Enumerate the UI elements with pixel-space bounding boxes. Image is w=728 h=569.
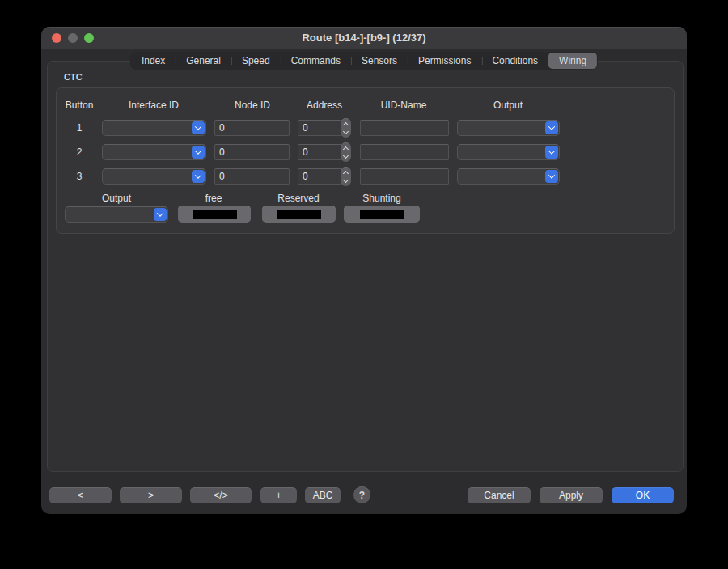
free-color-well[interactable] xyxy=(178,206,251,223)
chevron-down-icon xyxy=(192,170,205,183)
stepper-up-icon xyxy=(343,121,349,127)
uid-name-input[interactable] xyxy=(360,120,449,136)
column-header-address: Address xyxy=(307,100,342,111)
tab-commands[interactable]: Commands xyxy=(281,53,351,69)
stepper-down-icon xyxy=(343,176,349,182)
ok-button[interactable]: OK xyxy=(612,487,674,503)
next-button[interactable]: > xyxy=(120,487,182,503)
address-stepper[interactable] xyxy=(341,118,351,138)
row-number: 3 xyxy=(70,168,89,185)
tab-general[interactable]: General xyxy=(176,53,231,69)
chevron-down-icon xyxy=(192,146,205,159)
ctc-groupbox: Button Interface ID Node ID Address UID-… xyxy=(56,87,675,234)
shunting-color-well[interactable] xyxy=(344,206,420,223)
tab-permissions[interactable]: Permissions xyxy=(408,53,481,69)
uid-name-input[interactable] xyxy=(360,144,449,160)
titlebar[interactable]: Route [b14-]-[b9-] (12/37) xyxy=(41,27,687,49)
interface-id-select[interactable] xyxy=(102,144,206,160)
stepper-down-icon xyxy=(343,152,349,158)
reserved-color-well[interactable] xyxy=(262,206,336,223)
stepper-down-icon xyxy=(343,128,349,134)
address-input[interactable] xyxy=(298,168,341,185)
column-header-uid-name: UID-Name xyxy=(381,100,427,111)
column-header-output: Output xyxy=(493,100,523,111)
address-stepper[interactable] xyxy=(341,142,351,162)
output-select[interactable] xyxy=(457,168,560,185)
chevron-down-icon xyxy=(154,208,167,221)
output-label: Output xyxy=(102,193,131,204)
shunting-label: Shunting xyxy=(362,193,400,204)
node-id-input[interactable] xyxy=(214,168,290,185)
color-swatch xyxy=(193,210,237,219)
output-select[interactable] xyxy=(457,120,560,136)
reserved-label: Reserved xyxy=(277,193,319,204)
address-input[interactable] xyxy=(298,144,341,160)
add-button[interactable]: + xyxy=(260,487,297,503)
apply-button[interactable]: Apply xyxy=(540,487,603,503)
tab-conditions[interactable]: Conditions xyxy=(481,53,548,69)
node-id-input[interactable] xyxy=(214,144,290,160)
wiring-tab-panel: CTC Button Interface ID Node ID Address … xyxy=(47,61,684,472)
tab-speed[interactable]: Speed xyxy=(231,53,281,69)
node-id-input[interactable] xyxy=(214,120,290,136)
address-stepper[interactable] xyxy=(341,167,351,186)
cancel-button[interactable]: Cancel xyxy=(468,487,531,503)
color-swatch xyxy=(277,210,321,219)
tab-sensors[interactable]: Sensors xyxy=(351,53,408,69)
code-button[interactable]: </> xyxy=(190,487,252,503)
column-header-interface-id: Interface ID xyxy=(129,100,179,111)
chevron-down-icon xyxy=(545,170,558,183)
route-dialog-window: Route [b14-]-[b9-] (12/37) Index General… xyxy=(41,27,687,514)
address-input[interactable] xyxy=(298,120,341,136)
tab-index[interactable]: Index xyxy=(131,53,176,69)
chevron-down-icon xyxy=(545,121,558,134)
interface-id-select[interactable] xyxy=(102,168,206,185)
help-button[interactable]: ? xyxy=(353,486,370,503)
column-header-button: Button xyxy=(66,100,94,111)
row-number: 2 xyxy=(70,144,89,160)
stepper-up-icon xyxy=(343,170,349,176)
row-number: 1 xyxy=(70,120,89,136)
tab-bar: Index General Speed Commands Sensors Per… xyxy=(130,52,598,70)
chevron-down-icon xyxy=(545,146,558,159)
free-label: free xyxy=(205,193,222,204)
uid-name-input[interactable] xyxy=(360,168,449,185)
chevron-down-icon xyxy=(192,121,205,134)
output-select[interactable] xyxy=(457,144,560,160)
output-mode-select[interactable] xyxy=(65,206,168,223)
abc-button[interactable]: ABC xyxy=(305,487,341,503)
window-title: Route [b14-]-[b9-] (12/37) xyxy=(41,27,687,49)
column-header-node-id: Node ID xyxy=(235,100,270,111)
tab-wiring[interactable]: Wiring xyxy=(548,53,597,69)
stepper-up-icon xyxy=(343,146,349,151)
prev-button[interactable]: < xyxy=(49,487,112,503)
interface-id-select[interactable] xyxy=(102,120,206,136)
color-swatch xyxy=(360,210,404,219)
ctc-group-label: CTC xyxy=(64,72,83,82)
